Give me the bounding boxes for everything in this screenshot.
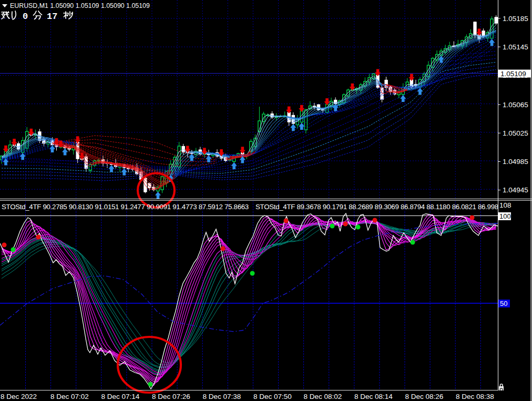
svg-text:8 Dec 08:02: 8 Dec 08:02 xyxy=(304,393,342,400)
svg-text:17: 17 xyxy=(47,12,57,22)
svg-text:8 Dec 08:26: 8 Dec 08:26 xyxy=(405,393,444,400)
svg-text:100: 100 xyxy=(499,212,511,220)
svg-text:STOStd_4TF 89.3678 90.1791 88.: STOStd_4TF 89.3678 90.1791 88.2689 89.30… xyxy=(255,203,498,211)
svg-text:8 Dec 07:14: 8 Dec 07:14 xyxy=(101,393,140,400)
svg-text:1.05025: 1.05025 xyxy=(503,129,528,137)
svg-text:0: 0 xyxy=(23,12,28,22)
svg-text:8 Dec 2022: 8 Dec 2022 xyxy=(1,393,37,400)
svg-text:50: 50 xyxy=(500,300,507,307)
svg-text:8 Dec 08:38: 8 Dec 08:38 xyxy=(456,393,494,400)
svg-text:8 Dec 07:38: 8 Dec 07:38 xyxy=(203,393,241,400)
svg-text:8 Dec 07:26: 8 Dec 07:26 xyxy=(152,393,190,400)
svg-text:1.05109: 1.05109 xyxy=(500,70,526,78)
svg-text:1.04945: 1.04945 xyxy=(503,186,528,194)
svg-text:8 Dec 07:50: 8 Dec 07:50 xyxy=(253,393,292,400)
svg-text:STOStd_4TF 90.2785 90.8130 91.: STOStd_4TF 90.2785 90.8130 91.0151 91.24… xyxy=(2,203,249,211)
svg-text:8 Dec 07:02: 8 Dec 07:02 xyxy=(50,393,89,400)
svg-text:1.04985: 1.04985 xyxy=(503,158,528,166)
svg-text:1.05145: 1.05145 xyxy=(503,43,528,51)
svg-text:EURUSD,M1 1.05090 1.05109 1.0: EURUSD,M1 1.05090 1.05109 1.05090 1.0510… xyxy=(10,2,150,9)
svg-text:108: 108 xyxy=(499,201,511,209)
svg-text:1.05185: 1.05185 xyxy=(503,15,528,23)
svg-text:8 Dec 08:14: 8 Dec 08:14 xyxy=(354,393,393,400)
svg-text:1.05065: 1.05065 xyxy=(503,101,528,109)
